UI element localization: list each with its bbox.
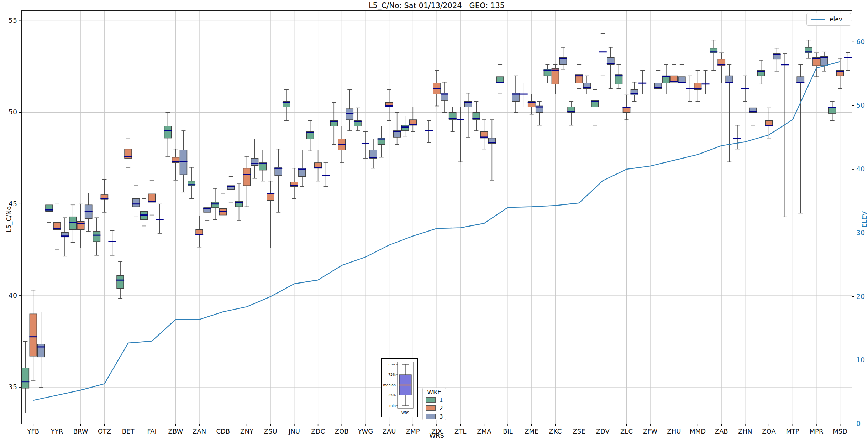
legend-wre-title: WRE	[423, 389, 446, 396]
x-tick-label: ZOA	[762, 427, 776, 435]
elev-line-sample	[811, 19, 825, 20]
x-tick-label: ZDV	[596, 427, 610, 435]
y-axis-label-left: L5_C/No	[5, 198, 12, 241]
legend-wre-item-1: 1	[423, 396, 446, 404]
x-tick-label: ZLC	[620, 427, 633, 435]
x-tick-label: OTZ	[98, 427, 111, 435]
box	[93, 232, 100, 242]
x-tick-label: ZNY	[240, 427, 254, 435]
box	[346, 109, 353, 120]
x-tick-label: ZBW	[168, 427, 183, 435]
y-tick-label: 40	[9, 291, 17, 299]
wre1-label: 1	[439, 396, 443, 404]
x-axis-label: WRS	[429, 432, 444, 439]
y-tick-label: 55	[9, 16, 17, 24]
x-tick-label: ZAB	[715, 427, 728, 435]
chart-title: L5_C/No: Sat 01/13/2024 - GEO: 135	[369, 1, 505, 10]
x-tick-label: ZME	[525, 427, 538, 435]
box	[829, 107, 836, 113]
x-tick-label: MPR	[810, 427, 824, 435]
box	[77, 222, 84, 230]
y2-tick-label: 10	[856, 356, 865, 364]
y2-tick-label: 0	[856, 420, 861, 427]
box	[212, 202, 219, 208]
x-tick-label: ZDC	[311, 427, 325, 435]
legend-wre-item-2: 2	[423, 404, 446, 412]
inset-label: 75%	[388, 373, 396, 377]
y-tick-label: 35	[9, 383, 17, 391]
x-tick-label: ZSU	[264, 427, 277, 435]
inset-label: min	[389, 404, 396, 408]
x-tick-label: CDB	[216, 427, 230, 435]
x-tick-label: FAI	[147, 427, 157, 435]
box	[164, 126, 171, 138]
wre2-label: 2	[439, 405, 443, 412]
x-tick-label: ZOB	[335, 427, 349, 435]
x-tick-label: YYR	[51, 427, 63, 435]
box	[631, 89, 638, 95]
x-tick-label: YWG	[358, 427, 373, 435]
x-tick-label: ZKC	[549, 427, 562, 435]
x-tick-label: ZTL	[454, 427, 466, 435]
inset-label: 25%	[388, 393, 396, 397]
box	[22, 368, 29, 388]
wre2-swatch	[426, 405, 436, 411]
legend-wre-item-3: 3	[423, 412, 446, 420]
box	[243, 168, 251, 186]
y2-tick-label: 20	[856, 292, 865, 300]
inset-xlabel: WRS	[401, 411, 409, 415]
inset-label: max	[388, 362, 396, 366]
box	[37, 344, 44, 357]
x-tick-label: BRW	[73, 427, 88, 435]
wre3-swatch	[426, 414, 436, 419]
boxplot-anatomy-inset: max75%median25%minWRS	[381, 358, 418, 417]
box	[69, 217, 77, 230]
y-tick-label: 50	[9, 108, 17, 116]
wre1-swatch	[426, 397, 436, 403]
y2-tick-label: 60	[856, 38, 865, 46]
x-tick-label: ZMA	[477, 427, 491, 435]
wre3-label: 3	[439, 413, 443, 420]
x-tick-label: MMD	[690, 427, 706, 435]
y2-tick-label: 50	[856, 101, 865, 109]
x-tick-label: BET	[122, 427, 135, 435]
legend-wre: WRE 1 2 3	[422, 388, 446, 420]
x-tick-label: MTP	[786, 427, 800, 435]
x-tick-label: ZSE	[573, 427, 585, 435]
boxplot-chart: 35404550550102030405060YFBYYRBRWOTZBETFA…	[0, 0, 868, 441]
box	[251, 158, 258, 166]
x-tick-label: ZHN	[738, 427, 752, 435]
x-tick-label: ZHU	[667, 427, 681, 435]
y2-tick-label: 40	[856, 165, 865, 173]
boxplot-anatomy-diagram: max75%median25%minWRS	[382, 359, 416, 415]
x-tick-label: MSD	[833, 427, 847, 435]
inset-label: median	[383, 383, 396, 387]
legend-elev: elev	[806, 13, 851, 26]
box	[132, 198, 140, 207]
x-tick-label: JNU	[288, 427, 300, 435]
box	[30, 314, 37, 356]
box	[401, 125, 409, 131]
y-axis-label-right: ELEV	[861, 198, 868, 241]
legend-elev-label: elev	[830, 16, 842, 23]
x-tick-label: BIL	[503, 427, 513, 435]
x-tick-label: ZAN	[193, 427, 206, 435]
x-tick-label: ZFW	[643, 427, 658, 435]
x-tick-label: ZAU	[383, 427, 396, 435]
box	[117, 275, 124, 288]
x-tick-label: YFB	[27, 427, 39, 435]
x-tick-label: ZMP	[406, 427, 420, 435]
